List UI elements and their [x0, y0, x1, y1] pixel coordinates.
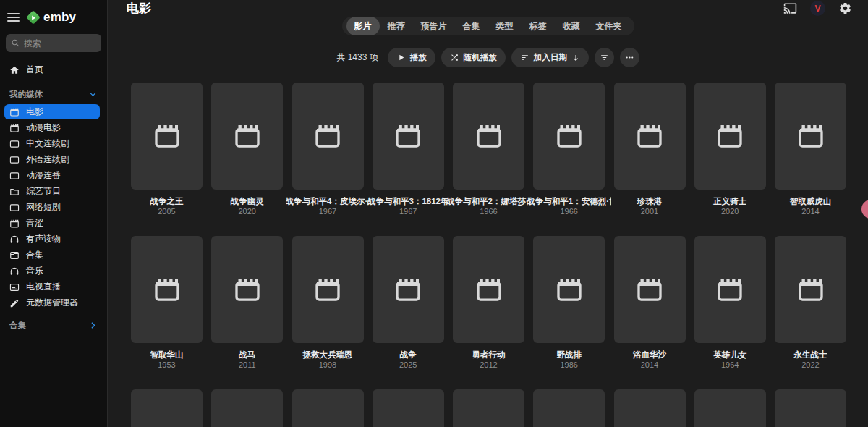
- movie-card[interactable]: 智取威虎山 2014: [775, 83, 846, 216]
- movie-poster[interactable]: [694, 83, 766, 190]
- emby-logo[interactable]: emby: [26, 10, 76, 25]
- sidebar-item-chinese-series[interactable]: 中文连续剧: [4, 136, 100, 151]
- sidebar-item-metadata-manager[interactable]: 元数据管理器: [4, 295, 100, 310]
- menu-icon[interactable]: [7, 13, 20, 22]
- sidebar-item-label: 电视直播: [26, 281, 61, 293]
- sidebar-item-live-tv[interactable]: 电视直播: [4, 279, 100, 295]
- movie-year: 2025: [373, 360, 444, 370]
- movie-poster[interactable]: [131, 236, 203, 343]
- movie-poster[interactable]: [775, 236, 846, 343]
- movie-meta: 智取威虎山 2014: [775, 196, 846, 216]
- sort-button[interactable]: 加入日期: [511, 48, 589, 67]
- shuffle-button[interactable]: 随机播放: [441, 48, 506, 67]
- movie-card[interactable]: 拯救大兵瑞恩 1998: [292, 236, 364, 370]
- tab-suggestions[interactable]: 推荐: [380, 17, 413, 35]
- movie-poster[interactable]: [131, 389, 203, 427]
- movie-poster[interactable]: [211, 236, 283, 343]
- settings-icon[interactable]: [838, 1, 852, 15]
- movie-poster[interactable]: [694, 236, 766, 343]
- search-input[interactable]: [24, 38, 96, 48]
- filter-button[interactable]: [595, 48, 614, 67]
- movie-card[interactable]: 勇者行动 2012: [453, 236, 524, 370]
- movie-card-placeholder[interactable]: [373, 389, 444, 427]
- movie-meta: 野战排 1986: [533, 350, 605, 370]
- movie-card[interactable]: 战争与和平4：皮埃尔·别 1967: [292, 83, 364, 216]
- section-label: 合集: [9, 320, 26, 331]
- movie-poster[interactable]: [453, 236, 524, 343]
- movie-card[interactable]: 战争与和平1：安德烈·博 1966: [533, 83, 605, 216]
- movie-poster[interactable]: [533, 389, 605, 427]
- sidebar-item-music[interactable]: 音乐: [4, 263, 100, 279]
- movie-card-placeholder[interactable]: [131, 389, 203, 427]
- movie-card[interactable]: 战马 2011: [211, 236, 283, 370]
- movie-poster[interactable]: [292, 83, 364, 190]
- movie-card[interactable]: 战争 2025: [373, 236, 444, 370]
- movie-poster[interactable]: [694, 389, 766, 427]
- sidebar-item-web-shorts[interactable]: 网络短剧: [4, 200, 100, 215]
- sidebar-item-movies[interactable]: 电影: [4, 104, 100, 119]
- movie-meta: 英雄儿女 1964: [694, 350, 766, 370]
- movie-poster[interactable]: [775, 83, 846, 190]
- movie-card[interactable]: 战争与和平2：娜塔莎·罗 1966: [453, 83, 524, 216]
- movie-card[interactable]: 战争与和平3：1812年 1967: [373, 83, 444, 216]
- movie-card-placeholder[interactable]: [775, 389, 846, 427]
- sidebar-item-anime-series[interactable]: 动漫连番: [4, 168, 100, 183]
- movie-poster[interactable]: [373, 389, 444, 427]
- sidebar-item-qingse[interactable]: 青涩: [4, 216, 100, 231]
- movie-card[interactable]: 野战排 1986: [533, 236, 605, 370]
- sidebar-section-my-media[interactable]: 我的媒体: [0, 87, 107, 101]
- tab-collections[interactable]: 合集: [455, 17, 488, 35]
- cast-icon[interactable]: [783, 1, 797, 15]
- movie-card-placeholder[interactable]: [694, 389, 766, 427]
- movie-poster[interactable]: [533, 236, 605, 343]
- movie-card[interactable]: 永生战士 2022: [775, 236, 846, 370]
- sidebar-item-audiobooks[interactable]: 有声读物: [4, 232, 100, 247]
- tab-trailers[interactable]: 预告片: [413, 17, 455, 35]
- movie-year: 2014: [614, 360, 686, 370]
- user-avatar[interactable]: V: [810, 1, 825, 16]
- movie-year: 2012: [453, 360, 524, 370]
- movie-card[interactable]: 珍珠港 2001: [614, 83, 686, 216]
- movie-card[interactable]: 智取华山 1953: [131, 236, 203, 370]
- movie-card-placeholder[interactable]: [453, 389, 524, 427]
- movie-poster[interactable]: [775, 389, 846, 427]
- movie-card-placeholder[interactable]: [533, 389, 605, 427]
- more-button[interactable]: [620, 48, 639, 67]
- movie-card[interactable]: 正义骑士 2020: [694, 83, 766, 216]
- sidebar-item-collections[interactable]: 合集: [4, 248, 100, 263]
- movie-poster[interactable]: [211, 389, 283, 427]
- movie-poster[interactable]: [453, 389, 524, 427]
- movie-card-placeholder[interactable]: [614, 389, 686, 427]
- tab-films[interactable]: 影片: [346, 17, 380, 35]
- movie-poster[interactable]: [131, 83, 203, 190]
- tab-tags[interactable]: 标签: [522, 17, 555, 35]
- sidebar-item-foreign-series[interactable]: 外语连续剧: [4, 152, 100, 167]
- search-box[interactable]: [6, 34, 101, 52]
- sidebar-item-anime-movies[interactable]: 动漫电影: [4, 120, 100, 135]
- movie-poster[interactable]: [211, 83, 283, 190]
- movie-card[interactable]: 英雄儿女 1964: [694, 236, 766, 370]
- sidebar-section-collections[interactable]: 合集: [0, 318, 107, 332]
- movie-poster[interactable]: [533, 83, 605, 190]
- movie-poster[interactable]: [292, 389, 364, 427]
- movie-icon: [796, 122, 825, 151]
- movie-poster[interactable]: [614, 83, 686, 190]
- tab-folders[interactable]: 文件夹: [588, 17, 630, 35]
- movie-poster[interactable]: [453, 83, 524, 190]
- movie-poster[interactable]: [292, 236, 364, 343]
- tab-favorites[interactable]: 收藏: [555, 17, 588, 35]
- movie-poster[interactable]: [614, 236, 686, 343]
- movie-card[interactable]: 战争幽灵 2020: [211, 83, 283, 216]
- sidebar-item-variety-shows[interactable]: 综艺节目: [4, 184, 100, 199]
- movie-card-placeholder[interactable]: [292, 389, 364, 427]
- tab-genres[interactable]: 类型: [488, 17, 522, 35]
- movie-poster[interactable]: [614, 389, 686, 427]
- play-button[interactable]: 播放: [388, 48, 435, 67]
- sidebar-item-home[interactable]: 首页: [4, 62, 100, 77]
- movie-poster[interactable]: [373, 236, 444, 343]
- movie-card[interactable]: 浴血华沙 2014: [614, 236, 686, 370]
- movie-poster[interactable]: [373, 83, 444, 190]
- sort-icon: [520, 53, 529, 62]
- movie-card[interactable]: 战争之王 2005: [131, 83, 203, 216]
- movie-card-placeholder[interactable]: [211, 389, 283, 427]
